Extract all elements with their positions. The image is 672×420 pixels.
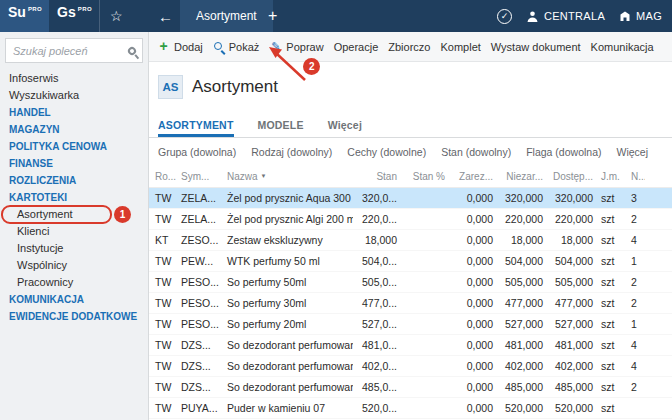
- document-tab-asortyment[interactable]: Asortyment: [180, 0, 273, 32]
- cell-nazwa: WTK perfumy 50 ml: [223, 255, 353, 267]
- toolbar-button-label: Pokaż: [229, 41, 260, 53]
- cell-stan: 527,0...: [353, 318, 401, 330]
- cell-ro: TW: [151, 402, 177, 414]
- sidebar-item-klienci[interactable]: Klienci: [0, 223, 148, 240]
- view-tabs: ASORTYMENTMODELEWięcej: [149, 112, 672, 138]
- cell-stan: 402,0...: [353, 360, 401, 372]
- filter-bar: Grupa (dowolna)Rodzaj (dowolny)Cechy (do…: [149, 138, 672, 166]
- table-row[interactable]: TWPESO...So perfumy 50ml505,0...0,000505…: [149, 272, 672, 293]
- sidebar-item-ewidencje-dodatkowe[interactable]: EWIDENCJE DODATKOWE: [0, 308, 148, 325]
- cell-stan: 481,0...: [353, 339, 401, 351]
- table-row[interactable]: TWZELA...Żel pod prysznic Aqua 300 ml320…: [149, 188, 672, 209]
- cell-j-m: szt: [597, 213, 627, 225]
- cell-ro: TW: [151, 297, 177, 309]
- cell-n: 4: [627, 234, 645, 246]
- column-header-dostęp[interactable]: Dostęp...: [547, 171, 597, 182]
- column-header-n[interactable]: N...: [627, 171, 645, 182]
- main-panel: +DodajPokaż✎Popraw2OperacjeZbiorczoKompl…: [149, 32, 672, 420]
- sidebar-item-pracownicy[interactable]: Pracownicy: [0, 274, 148, 291]
- filter-rodzaj-dowolny[interactable]: Rodzaj (dowolny): [251, 146, 332, 158]
- column-header-j-m[interactable]: J.m.: [597, 171, 627, 182]
- cell-ro: TW: [151, 192, 177, 204]
- table-row[interactable]: KTZESO...Zestaw ekskluzywny18,0000,00018…: [149, 230, 672, 251]
- column-header-niezar[interactable]: Niezar...: [497, 171, 547, 182]
- pencil-icon: ✎: [269, 40, 282, 53]
- filter-więcej[interactable]: Więcej: [616, 146, 648, 158]
- magnifier-icon: [213, 41, 225, 53]
- column-header-ro[interactable]: Ro...: [151, 171, 177, 182]
- table-row[interactable]: TWDZS...So dezodorant perfumowany...481,…: [149, 335, 672, 356]
- sidebar-item-polityka-cenowa[interactable]: POLITYKA CENOWA: [0, 138, 148, 155]
- toolbar-button-operacje[interactable]: Operacje: [334, 32, 379, 61]
- search-input[interactable]: [13, 45, 124, 57]
- app-tile-label: Su: [8, 4, 26, 32]
- table-row[interactable]: TWPESO...So perfumy 30ml477,0...0,000477…: [149, 293, 672, 314]
- toolbar-button-wystaw-dokument[interactable]: Wystaw dokument: [491, 32, 581, 61]
- toolbar-button-label: Komplet: [440, 41, 480, 53]
- table-row[interactable]: TWDZS...So dezodorant perfumowany...402,…: [149, 356, 672, 377]
- branch-selector[interactable]: CENTRALA: [526, 10, 605, 23]
- sidebar-item-komunikacja[interactable]: KOMUNIKACJA: [0, 291, 148, 308]
- app-tile-gestor[interactable]: GsPRO: [49, 0, 100, 32]
- view-tab-więcej[interactable]: Więcej: [328, 119, 362, 137]
- cell-sym: DZS...: [177, 339, 223, 351]
- toolbar-button-label: Komunikacja: [591, 41, 654, 53]
- sidebar-item-kartoteki[interactable]: KARTOTEKI: [0, 189, 148, 206]
- app-tile-subiekt[interactable]: SuPRO: [0, 0, 49, 32]
- table-row[interactable]: TWPEW...WTK perfumy 50 ml504,0...0,00050…: [149, 251, 672, 272]
- view-tab-asortyment[interactable]: ASORTYMENT: [158, 119, 234, 137]
- user-icon: [526, 10, 539, 23]
- cell-dostęp: 320,000: [547, 192, 597, 204]
- sidebar-item-infoserwis[interactable]: Infoserwis: [0, 70, 148, 87]
- table-row[interactable]: TWZELA...Żel pod prysznic Algi 200 ml220…: [149, 209, 672, 230]
- star-icon[interactable]: [110, 8, 123, 24]
- table-row[interactable]: TWPESO...So perfumy 20ml527,0...0,000527…: [149, 314, 672, 335]
- view-tab-modele[interactable]: MODELE: [258, 119, 304, 137]
- warehouse-selector[interactable]: MAG: [619, 10, 662, 22]
- cell-niezar: 477,000: [497, 297, 547, 309]
- filter-stan-dowolny[interactable]: Stan (dowolny): [441, 146, 511, 158]
- table-row[interactable]: TWDZS...So dezodorant perfumowany...485,…: [149, 377, 672, 398]
- cell-ro: TW: [151, 318, 177, 330]
- toolbar-button-komplet[interactable]: Komplet: [440, 32, 480, 61]
- sidebar-item-instytucje[interactable]: Instytucje: [0, 240, 148, 257]
- sort-desc-icon: ▼: [261, 173, 267, 179]
- cell-zarez: 0,000: [449, 276, 497, 288]
- pin-icon[interactable]: [126, 45, 137, 56]
- sidebar-item-finanse[interactable]: FINANSE: [0, 155, 148, 172]
- cell-zarez: 0,000: [449, 318, 497, 330]
- cell-n: 2: [627, 297, 645, 309]
- toolbar-button-dodaj[interactable]: +Dodaj: [157, 32, 203, 61]
- cell-niezar: 320,000: [497, 192, 547, 204]
- sidebar-item-asortyment[interactable]: Asortyment1: [0, 206, 148, 223]
- back-arrow-icon[interactable]: [158, 8, 173, 25]
- filter-flaga-dowolna[interactable]: Flaga (dowolna): [526, 146, 601, 158]
- cell-nazwa: So dezodorant perfumowany...: [223, 360, 353, 372]
- cell-ro: TW: [151, 276, 177, 288]
- table-row[interactable]: TWPUYA...Puder w kamieniu 07520,0...0,00…: [149, 398, 672, 419]
- column-header-sym[interactable]: Sym...: [177, 171, 223, 182]
- command-search[interactable]: [5, 38, 143, 63]
- toolbar-button-zbiorczo[interactable]: Zbiorczo: [388, 32, 430, 61]
- sidebar-item-wyszukiwarka[interactable]: Wyszukiwarka: [0, 87, 148, 104]
- cell-zarez: 0,000: [449, 360, 497, 372]
- cell-n: 4: [627, 360, 645, 372]
- toolbar-button-popraw[interactable]: ✎Popraw2: [269, 32, 323, 61]
- check-circle-icon[interactable]: [497, 9, 512, 24]
- column-header-stan[interactable]: Stan: [353, 171, 401, 182]
- column-header-nazwa[interactable]: Nazwa▼: [223, 171, 353, 182]
- toolbar-button-komunikacja[interactable]: Komunikacja: [591, 32, 654, 61]
- column-header-zarez[interactable]: Zarez...: [449, 171, 497, 182]
- filter-grupa-dowolna[interactable]: Grupa (dowolna): [158, 146, 236, 158]
- toolbar-button-pokaż[interactable]: Pokaż: [213, 32, 260, 61]
- cell-dostęp: 505,000: [547, 276, 597, 288]
- annotation-step1-box: [1, 205, 112, 224]
- sidebar-item-magazyn[interactable]: MAGAZYN: [0, 121, 148, 138]
- new-tab-plus-icon[interactable]: [268, 7, 277, 25]
- filter-cechy-dowolne[interactable]: Cechy (dowolne): [347, 146, 426, 158]
- cell-stan: 477,0...: [353, 297, 401, 309]
- column-header-stan-%[interactable]: Stan %: [401, 171, 449, 182]
- sidebar-item-handel[interactable]: HANDEL: [0, 104, 148, 121]
- sidebar-item-rozliczenia[interactable]: ROZLICZENIA: [0, 172, 148, 189]
- sidebar-item-wspólnicy[interactable]: Wspólnicy: [0, 257, 148, 274]
